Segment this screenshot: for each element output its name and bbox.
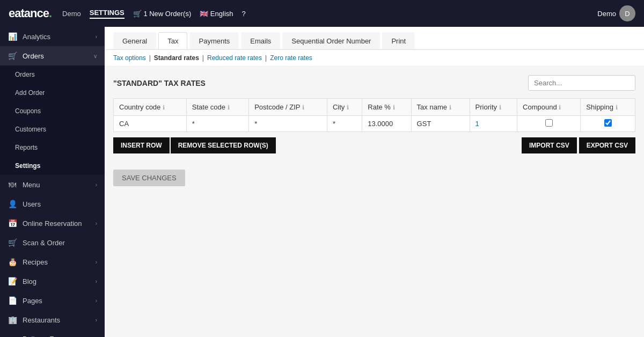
sidebar-item-blog[interactable]: 📝 Blog › [0, 272, 105, 291]
table-row: CA * * * 13.0000 GST 1 [114, 116, 635, 132]
sub-settings-label: Settings [15, 162, 97, 170]
sidebar-sub-coupons[interactable]: Coupons [0, 102, 105, 120]
th-rate-pct: Rate % ℹ [362, 99, 411, 116]
th-city: City ℹ [327, 99, 362, 116]
export-csv-button[interactable]: EXPORT CSV [579, 137, 635, 153]
compound-info-icon: ℹ [559, 104, 561, 111]
main-layout: 📊 Analytics › 🛒 Orders ∨ Orders Add Orde… [0, 27, 644, 337]
topbar-lang[interactable]: 🇬🇧 English [200, 10, 233, 18]
zero-rates-link[interactable]: Zero rate rates [270, 54, 312, 62]
import-csv-button[interactable]: IMPORT CSV [522, 137, 577, 153]
sidebar-sub-orders[interactable]: Orders [0, 65, 105, 84]
save-changes-button[interactable]: SAVE CHANGES [113, 170, 185, 186]
recipes-icon: 🎂 [8, 258, 17, 266]
cell-state-code: * [186, 116, 248, 132]
topbar-settings-link[interactable]: SETTINGS [90, 9, 125, 19]
sidebar-item-orders[interactable]: 🛒 Orders ∨ [0, 46, 105, 65]
sidebar-sub-reports[interactable]: Reports [0, 138, 105, 157]
menu-icon: 🍽 [8, 180, 17, 189]
reduced-rates-link[interactable]: Reduced rate rates [207, 54, 262, 62]
tax-options-bar: Tax options | Standard rates | Reduced r… [105, 50, 644, 67]
th-country-code: Country code ℹ [114, 99, 187, 116]
tax-table-body: CA * * * 13.0000 GST 1 [114, 116, 635, 132]
tab-emails[interactable]: Emails [241, 32, 280, 49]
tax-section-title: "STANDARD" TAX RATES [113, 79, 206, 87]
sidebar-item-users[interactable]: 👤 Users [0, 194, 105, 214]
save-section: SAVE CHANGES [113, 162, 635, 186]
restaurants-arrow: › [96, 317, 97, 323]
sidebar-item-scan-order[interactable]: 🛒 Scan & Order [0, 233, 105, 252]
taxname-info-icon: ℹ [449, 104, 451, 111]
sidebar-delivery-zone-label: Delivery Zone Manager [23, 335, 90, 337]
topbar-order-badge[interactable]: 🛒 1 New Order(s) [133, 10, 191, 18]
sidebar-item-analytics[interactable]: 📊 Analytics › [0, 27, 105, 46]
tax-table-header-row: Country code ℹ State code ℹ Postcode / Z… [114, 99, 635, 116]
sidebar-sub-add-order[interactable]: Add Order [0, 84, 105, 102]
sidebar-item-delivery-zone[interactable]: 🌐 Delivery Zone Manager › [0, 329, 105, 337]
sidebar-recipes-label: Recipes [23, 258, 90, 266]
tab-sequential[interactable]: Sequential Order Number [282, 32, 380, 49]
topbar-user[interactable]: Demo D [597, 5, 635, 21]
tab-tax[interactable]: Tax [158, 32, 187, 49]
tax-title-bar: "STANDARD" TAX RATES [113, 75, 635, 91]
analytics-arrow: › [96, 34, 97, 40]
rate-info-icon: ℹ [393, 104, 395, 111]
cell-compound [517, 116, 581, 132]
search-input[interactable] [528, 75, 635, 91]
sidebar-users-label: Users [23, 200, 97, 208]
sidebar-menu-label: Menu [23, 181, 90, 189]
sub-coupons-label: Coupons [15, 107, 97, 115]
sidebar-blog-label: Blog [23, 277, 90, 285]
tax-options-sep3: | [265, 54, 267, 62]
topbar: eatance. Demo SETTINGS 🛒 1 New Order(s) … [0, 0, 644, 27]
th-shipping: Shipping ℹ [581, 99, 635, 116]
orders-arrow: ∨ [93, 53, 97, 59]
remove-selected-button[interactable]: REMOVE SELECTED ROW(S) [171, 137, 276, 153]
tab-print[interactable]: Print [382, 32, 415, 49]
tax-section: "STANDARD" TAX RATES Country code ℹ Stat… [105, 67, 644, 195]
cell-city: * [327, 116, 362, 132]
priority-info-icon: ℹ [499, 104, 501, 111]
tax-options-sep1: | [149, 54, 151, 62]
sidebar-item-menu[interactable]: 🍽 Menu › [0, 175, 105, 194]
sidebar-item-recipes[interactable]: 🎂 Recipes › [0, 252, 105, 272]
priority-value-link[interactable]: 1 [475, 120, 479, 128]
sidebar-sub-settings[interactable]: Settings [0, 157, 105, 175]
cell-priority: 1 [470, 116, 517, 132]
city-info-icon: ℹ [347, 104, 349, 111]
sidebar-item-pages[interactable]: 📄 Pages › [0, 291, 105, 310]
sub-orders-label: Orders [15, 71, 97, 78]
content-area: General Tax Payments Emails Sequential O… [105, 27, 644, 337]
cell-rate-pct: 13.0000 [362, 116, 411, 132]
sidebar-item-online-reservation[interactable]: 📅 Online Reservation › [0, 214, 105, 233]
tab-payments[interactable]: Payments [189, 32, 239, 49]
analytics-icon: 📊 [8, 32, 17, 41]
menu-arrow: › [96, 182, 97, 188]
orders-icon: 🛒 [8, 52, 17, 60]
sidebar-orders-label: Orders [23, 52, 88, 60]
sidebar: 📊 Analytics › 🛒 Orders ∨ Orders Add Orde… [0, 27, 105, 337]
postcode-info-icon: ℹ [302, 104, 304, 111]
sidebar-pages-label: Pages [23, 297, 90, 305]
th-state-code: State code ℹ [186, 99, 248, 116]
restaurants-icon: 🏢 [8, 316, 17, 324]
insert-row-button[interactable]: INSERT ROW [113, 137, 170, 153]
sidebar-scan-order-label: Scan & Order [23, 239, 97, 247]
topbar-demo-link[interactable]: Demo [62, 10, 81, 18]
shipping-checkbox[interactable] [604, 119, 612, 127]
table-actions-bar: INSERT ROW REMOVE SELECTED ROW(S) IMPORT… [113, 137, 635, 153]
sub-reports-label: Reports [15, 144, 97, 151]
tab-general[interactable]: General [113, 32, 156, 49]
sidebar-analytics-label: Analytics [23, 33, 90, 41]
sidebar-sub-customers[interactable]: Customers [0, 120, 105, 138]
blog-arrow: › [96, 279, 97, 284]
topbar-help-icon[interactable]: ? [242, 10, 246, 18]
tax-options-link[interactable]: Tax options [113, 54, 146, 62]
th-compound: Compound ℹ [517, 99, 581, 116]
standard-rates-link[interactable]: Standard rates [154, 54, 199, 62]
import-export-group: IMPORT CSV EXPORT CSV [521, 137, 635, 153]
compound-checkbox[interactable] [545, 119, 553, 127]
settings-tabs: General Tax Payments Emails Sequential O… [105, 27, 644, 50]
logo: eatance. [9, 6, 52, 20]
sidebar-item-restaurants[interactable]: 🏢 Restaurants › [0, 310, 105, 329]
